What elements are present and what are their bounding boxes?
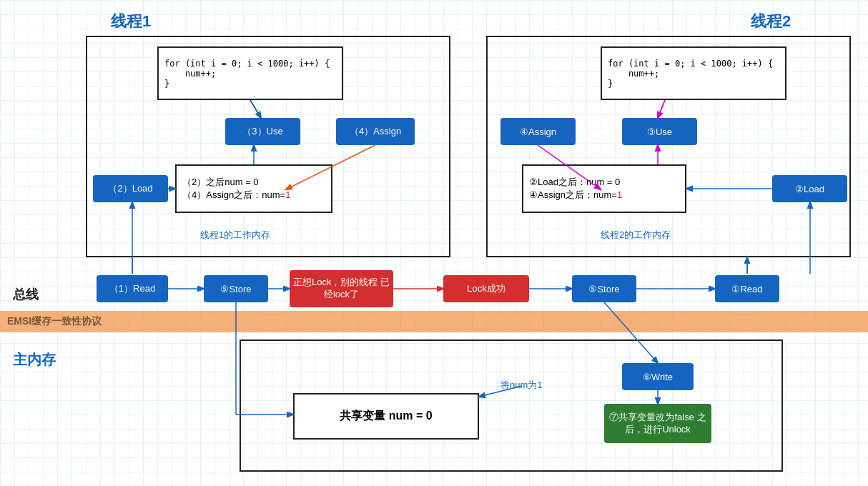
thread2-working-mem-label: 线程2的工作内存 [601, 229, 671, 242]
bus-read1-button[interactable]: （1）Read [97, 275, 168, 302]
thread2-code-box: for (int i = 0; i < 1000; i++) { num++; … [601, 46, 786, 100]
thread2-label: 线程2 [751, 11, 791, 32]
bus-store1-button[interactable]: ⑤Store [204, 275, 268, 302]
thread1-load-button[interactable]: （2）Load [93, 175, 168, 202]
main-memory-label: 主内存 [13, 350, 56, 370]
thread2-memory-box: ②Load之后：num = 0 ④Assign之后：num=1 [522, 164, 686, 213]
bus-read2-button[interactable]: ①Read [715, 275, 779, 302]
emsi-bar: EMSI缓存一致性协议 [0, 311, 868, 332]
lock-success-box: Lock成功 [443, 275, 529, 302]
bus-label: 总线 [13, 286, 39, 303]
thread1-code-box: for (int i = 0; i < 1000; i++) { num++; … [157, 46, 343, 100]
shared-var-box: 共享变量 num = 0 [293, 393, 479, 440]
thread1-working-mem-label: 线程1的工作内存 [200, 229, 270, 242]
thread1-memory-box: （2）之后num = 0 （4）Assign之后：num=1 [175, 164, 332, 213]
thread2-assign-button[interactable]: ④Assign [500, 118, 576, 145]
thread1-assign-button[interactable]: （4）Assign [336, 118, 415, 145]
thread1-use-button[interactable]: （3）Use [225, 118, 300, 145]
diagram-container: 线程1 线程2 for (int i = 0; i < 1000; i++) {… [0, 0, 868, 486]
thread2-use-button[interactable]: ③Use [622, 118, 697, 145]
num-label: 将num为1 [500, 379, 543, 392]
thread1-label: 线程1 [111, 11, 151, 32]
thread2-load-button[interactable]: ②Load [772, 175, 847, 202]
lock-fail-box: 正想Lock，别的线程 已经lock了 [290, 270, 393, 307]
unlock-box: ⑦共享变量改为false 之后，进行Unlock [604, 404, 711, 443]
bus-store2-button[interactable]: ⑤Store [572, 275, 636, 302]
write-button[interactable]: ⑥Write [622, 363, 694, 390]
